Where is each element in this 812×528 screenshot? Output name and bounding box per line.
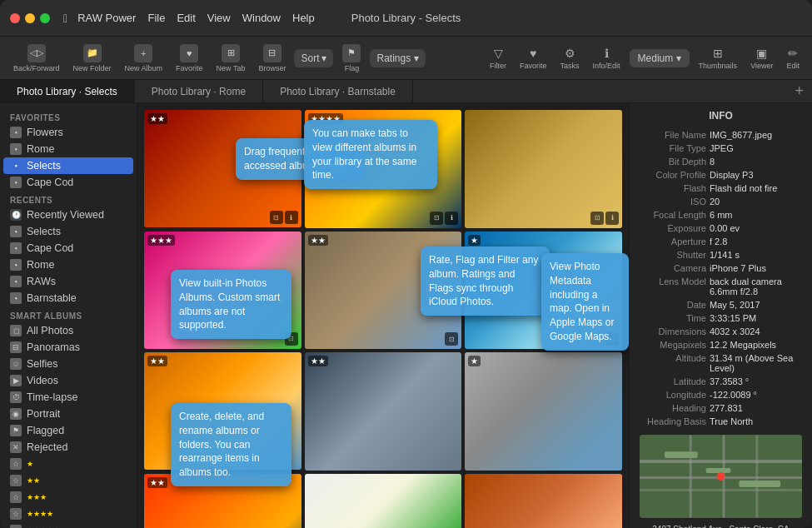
sidebar-item-videos[interactable]: ▶ Videos	[0, 372, 137, 389]
menu-edit[interactable]: Edit	[177, 12, 195, 24]
filter-button[interactable]: ▽ Filter	[486, 45, 511, 72]
photo-ctrl-icon[interactable]: ⊡	[445, 332, 458, 346]
photo-cell-12[interactable]	[465, 474, 622, 529]
callout-rate-flag: Rate, Flag and Filter any album. Ratings…	[421, 247, 550, 316]
info-key: Bit Depth	[640, 157, 706, 167]
sidebar-item-3star[interactable]: ☆ ★★★	[0, 489, 137, 506]
tab-rome[interactable]: Photo Library · Rome	[135, 80, 263, 102]
sidebar-item-recent-capecod[interactable]: ▪ Cape Cod	[0, 240, 137, 257]
sidebar-item-all-photos[interactable]: ◻ All Photos	[0, 322, 137, 339]
sidebar-item-selects[interactable]: ▪ Selects	[3, 157, 133, 174]
info-key: Camera	[640, 263, 706, 273]
sidebar-item-raws-label: RAWs	[27, 276, 56, 287]
viewer-label: Viewer	[750, 62, 773, 70]
new-tab-button[interactable]: ⊞ New Tab	[212, 42, 251, 74]
close-button[interactable]	[10, 13, 20, 23]
flag-button[interactable]: ⚑ Flag	[336, 42, 366, 74]
sidebar-item-selfies[interactable]: ☺ Selfies	[0, 356, 137, 372]
photo-ctrl-compare-icon[interactable]: ⊡	[590, 212, 604, 225]
album-icon: ▪	[10, 143, 22, 155]
info-key: Lens Model	[640, 276, 706, 296]
info-key: Dimensions	[640, 326, 706, 336]
browser-button[interactable]: ⊟ Browser	[253, 42, 291, 74]
tasks-button[interactable]: ⚙ Tasks	[556, 45, 584, 72]
sidebar-item-portrait[interactable]: ◉ Portrait	[0, 406, 137, 422]
sidebar-item-flowers[interactable]: ▪ Flowers	[0, 124, 137, 141]
info-key: Longitude	[640, 390, 706, 400]
tab-selects[interactable]: Photo Library · Selects	[0, 80, 135, 102]
photo-rating-badge: ★★	[147, 356, 167, 366]
back-forward-button[interactable]: ◁▷ Back/Forward	[8, 42, 65, 74]
info-value: -122.0089 °	[710, 390, 802, 400]
menu-view[interactable]: View	[207, 12, 231, 24]
photo-rating-badge: ★	[468, 356, 481, 366]
edit-button[interactable]: ✏ Edit	[782, 45, 804, 72]
sidebar-item-recently-viewed[interactable]: 🕐 Recently Viewed	[0, 207, 137, 223]
sidebar-item-panoramas[interactable]: ⊟ Panoramas	[0, 339, 137, 356]
sidebar-item-capecod[interactable]: ▪ Cape Cod	[0, 174, 137, 191]
sidebar-item-videos-label: Videos	[27, 375, 58, 386]
menu-window[interactable]: Window	[242, 12, 281, 24]
thumbnails-button[interactable]: ⊞ Thumbnails	[695, 45, 742, 72]
sidebar-item-recent-rome[interactable]: ▪ Rome	[0, 257, 137, 273]
sidebar-item-recent-selects-label: Selects	[27, 226, 61, 237]
sidebar-item-selfies-label: Selfies	[27, 358, 58, 370]
star2-icon: ☆	[10, 475, 22, 486]
sort-button[interactable]: Sort ▾	[294, 49, 333, 67]
sidebar-item-raws[interactable]: ▪ RAWs	[0, 273, 137, 290]
thumbnail-size-label: Medium ▾	[638, 52, 681, 64]
photo-cell-8[interactable]: ★★	[305, 352, 462, 471]
sidebar-item-barnstable[interactable]: ▪ Barnstable	[0, 290, 137, 306]
info-value: 3:33:15 PM	[710, 313, 802, 323]
sidebar-item-5star[interactable]: ☆ ★★★★★	[0, 522, 137, 528]
sidebar-item-4star[interactable]: ☆ ★★★★	[0, 506, 137, 522]
favorite-right-button[interactable]: ♥ Favorite	[516, 45, 551, 72]
info-icon: ℹ	[605, 47, 609, 60]
add-tab-button[interactable]: +	[786, 80, 812, 102]
new-folder-button[interactable]: 📁 New Folder	[68, 42, 117, 74]
sidebar-item-rejected[interactable]: ✕ Rejected	[0, 439, 137, 456]
new-tab-icon: ⊞	[222, 44, 240, 62]
photo-cell-9[interactable]: ★	[465, 352, 622, 471]
photo-cell-3[interactable]: ⊡ℹ	[465, 110, 622, 228]
photo-ctrl-info-icon[interactable]: ℹ	[285, 211, 298, 224]
info-edit-button[interactable]: ℹ Info/Edit	[589, 45, 625, 72]
menu-help[interactable]: Help	[292, 12, 315, 24]
menu-file[interactable]: File	[147, 12, 165, 24]
minimize-button[interactable]	[25, 13, 35, 23]
selfies-icon: ☺	[10, 358, 22, 370]
sidebar-item-flagged[interactable]: ⚑ Flagged	[0, 422, 137, 439]
sidebar-item-2star[interactable]: ☆ ★★	[0, 472, 137, 489]
tasks-label: Tasks	[560, 62, 580, 70]
sidebar-item-1star[interactable]: ☆ ★	[0, 456, 137, 472]
menu-rawpower[interactable]: RAW Power	[77, 12, 136, 24]
photo-ctrl-compare-icon[interactable]: ⊡	[430, 212, 443, 225]
rejected-icon: ✕	[10, 441, 22, 453]
callout-create-albums-text: Create, delete, and rename albums or fol…	[179, 411, 264, 478]
info-row: Aperturef 2.8	[630, 235, 812, 248]
info-value: f 2.8	[710, 237, 802, 247]
favorite-button[interactable]: ♥ Favorite	[171, 42, 208, 74]
map-preview[interactable]	[640, 435, 802, 518]
sidebar-item-rome[interactable]: ▪ Rome	[0, 141, 137, 157]
window-title: Photo Library - Selects	[351, 12, 461, 24]
fullscreen-button[interactable]	[40, 13, 50, 23]
photo-ctrl-compare-icon[interactable]: ⊡	[270, 211, 283, 224]
info-value: 8	[710, 157, 802, 167]
photo-controls: ⊡	[445, 332, 458, 346]
new-album-button[interactable]: + New Album	[120, 42, 168, 74]
ratings-button[interactable]: Ratings ▾	[370, 49, 425, 67]
photo-ctrl-info-icon[interactable]: ℹ	[605, 212, 619, 225]
info-row: Heading277.831	[630, 401, 812, 415]
photo-cell-11[interactable]	[305, 474, 462, 529]
sidebar-item-timelapse[interactable]: ⏱ Time-lapse	[0, 389, 137, 406]
viewer-button[interactable]: ▣ Viewer	[746, 45, 777, 72]
photo-ctrl-info-icon[interactable]: ℹ	[445, 212, 458, 225]
info-value: IMG_8677.jpeg	[710, 130, 802, 140]
main-layout: FAVORITES ▪ Flowers ▪ Rome ▪ Selects ▪ C…	[0, 103, 812, 528]
sidebar-item-recent-selects[interactable]: ▪ Selects	[0, 223, 137, 240]
tabbar: Photo Library · Selects Photo Library · …	[0, 80, 812, 103]
thumbnail-size-button[interactable]: Medium ▾	[630, 49, 690, 67]
sidebar-item-3star-label: ★★★	[27, 493, 47, 501]
tab-barnstable[interactable]: Photo Library · Barnstable	[263, 80, 413, 102]
